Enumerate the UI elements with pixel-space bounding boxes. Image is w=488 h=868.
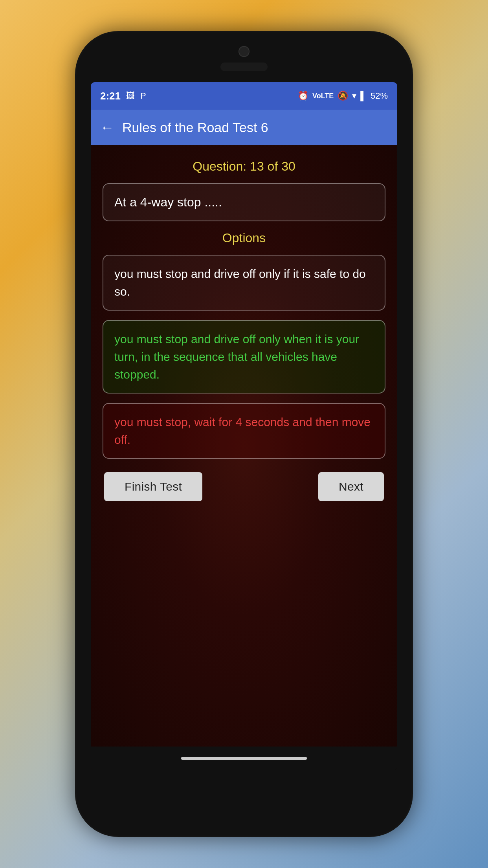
phone-bottom [75,770,413,821]
back-button[interactable]: ← [100,119,114,136]
bottom-nav-bar [91,747,397,770]
mute-icon: 🔕 [338,91,348,101]
option-b[interactable]: you must stop and drive off only when it… [103,320,385,394]
volte-icon: VoLTE [312,92,334,100]
camera [238,46,250,57]
parking-icon: P [140,91,146,101]
status-bar: 2:21 🖼 P ⏰ VoLTE 🔕 ▾ ▌ 52% [91,82,397,110]
next-button[interactable]: Next [318,472,384,501]
option-b-text: you must stop and drive off only when it… [114,333,359,381]
alarm-icon: ⏰ [298,91,308,101]
options-label: Options [103,231,385,245]
question-box: At a 4-way stop ..... [103,183,385,221]
option-a-text: you must stop and drive off only if it i… [114,267,366,298]
phone-device: 2:21 🖼 P ⏰ VoLTE 🔕 ▾ ▌ 52% ← Rules of th… [75,31,413,837]
option-a[interactable]: you must stop and drive off only if it i… [103,255,385,311]
question-counter: Question: 13 of 30 [103,159,385,174]
main-content: Question: 13 of 30 At a 4-way stop .....… [91,145,397,747]
speaker [220,63,268,71]
status-right: ⏰ VoLTE 🔕 ▾ ▌ 52% [298,91,388,101]
status-left: 2:21 🖼 P [100,90,146,102]
app-bar: ← Rules of the Road Test 6 [91,110,397,145]
nav-indicator [181,757,307,760]
buttons-row: Finish Test Next [103,472,385,501]
battery-text: 52% [371,91,388,101]
phone-top [75,31,413,82]
wifi-icon: ▾ [352,91,356,101]
option-c[interactable]: you must stop, wait for 4 seconds and th… [103,403,385,459]
signal-icon: ▌ [360,91,367,101]
image-icon: 🖼 [126,91,135,101]
status-time: 2:21 [100,90,121,102]
option-c-text: you must stop, wait for 4 seconds and th… [114,416,371,446]
finish-test-button[interactable]: Finish Test [104,472,202,501]
app-bar-title: Rules of the Road Test 6 [122,120,268,135]
phone-screen: 2:21 🖼 P ⏰ VoLTE 🔕 ▾ ▌ 52% ← Rules of th… [91,82,397,770]
question-text: At a 4-way stop ..... [114,195,222,209]
